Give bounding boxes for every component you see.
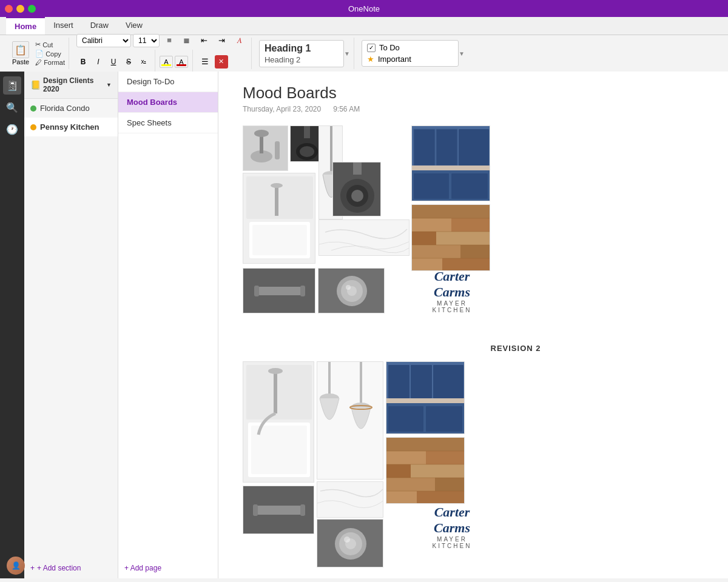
align-button[interactable]: ☰ <box>197 55 213 69</box>
svg-point-62 <box>268 368 283 374</box>
svg-point-14 <box>271 183 283 188</box>
main-layout: 📓 🔍 🕐 👤 📒 Design Clients 2020 ▼ Florida … <box>0 72 728 578</box>
page-spec-sheets[interactable]: Spec Sheets <box>118 113 218 133</box>
svg-rect-38 <box>412 232 436 245</box>
copy-label: Copy <box>46 50 61 58</box>
decrease-indent-button[interactable]: ⇤ <box>197 33 212 48</box>
svg-rect-73 <box>433 365 463 398</box>
heading1-style[interactable]: Heading 1 <box>265 43 339 54</box>
notebook-header[interactable]: 📒 Design Clients 2020 ▼ <box>24 72 118 99</box>
svg-rect-71 <box>388 365 410 398</box>
highlight-color-button[interactable]: A <box>160 56 173 68</box>
user-avatar[interactable]: 👤 <box>7 557 25 575</box>
svg-rect-66 <box>360 362 362 407</box>
styles-panel: Heading 1 Heading 2 <box>259 40 344 67</box>
format-label: Format <box>44 59 65 66</box>
tab-draw[interactable]: Draw <box>82 17 117 35</box>
svg-rect-30 <box>459 129 489 166</box>
page-spec-sheets-label: Spec Sheets <box>127 118 172 127</box>
sidebar-notebook-icon[interactable]: 📓 <box>3 76 21 95</box>
add-page-button[interactable]: + Add page <box>118 558 218 578</box>
logo-subtitle-2: Mayer Kitchen <box>419 536 485 549</box>
wall-sconce-image <box>243 125 288 171</box>
collage-1: Carter Carms Mayer Kitchen <box>243 125 491 319</box>
bullets-button[interactable]: ≡ <box>161 33 177 48</box>
tags-arrow[interactable]: ▼ <box>459 50 465 57</box>
font-size-select[interactable]: 11 <box>133 34 160 47</box>
svg-rect-82 <box>386 464 411 478</box>
logo-subtitle-1: Mayer Kitchen <box>419 300 485 313</box>
add-section-label: + Add section <box>37 564 81 572</box>
mood-board-2: Carter Carms Mayer Kitchen <box>243 361 704 555</box>
important-tag[interactable]: ★ Important <box>367 55 453 64</box>
close-button[interactable] <box>5 5 13 13</box>
clear-format-button[interactable]: 𝐴 <box>232 33 248 48</box>
styles-group: Heading 1 Heading 2 ▼ <box>255 38 354 69</box>
tab-insert[interactable]: Insert <box>45 17 82 35</box>
todo-tag[interactable]: ✓ To Do <box>367 43 453 52</box>
collage-2: Carter Carms Mayer Kitchen <box>243 361 491 555</box>
svg-rect-49 <box>255 287 304 295</box>
underline-button[interactable]: U <box>107 56 120 68</box>
svg-rect-12 <box>252 225 307 255</box>
sidebar-search-icon[interactable]: 🔍 <box>3 98 21 116</box>
svg-rect-94 <box>253 504 258 516</box>
wood-floor-image-2 <box>386 437 465 504</box>
notebook-panel: 📒 Design Clients 2020 ▼ Florida Condo Pe… <box>24 72 118 578</box>
svg-rect-36 <box>412 218 451 232</box>
svg-point-56 <box>346 285 351 290</box>
logo-area-1: Carter Carms Mayer Kitchen <box>413 263 491 319</box>
faucet-sink-image-2 <box>243 361 314 483</box>
copy-button[interactable]: 📄 Copy <box>35 50 65 58</box>
bold-button[interactable]: B <box>76 56 90 68</box>
paste-button[interactable]: 📋 Paste <box>8 41 33 65</box>
section-florida-condo[interactable]: Florida Condo <box>24 99 118 118</box>
ribbon-content: 📋 Paste ✂ Cut 📄 Copy 🖊 Format Calibri <box>0 35 728 72</box>
minimize-button[interactable] <box>16 5 24 13</box>
scissors-icon: ✂ <box>35 41 41 48</box>
svg-rect-63 <box>317 362 383 480</box>
window-controls <box>5 5 36 13</box>
numbered-list-button[interactable]: ≣ <box>179 33 195 48</box>
copy-icon: 📄 <box>35 50 44 58</box>
svg-rect-77 <box>317 482 383 518</box>
svg-rect-33 <box>451 173 488 199</box>
add-section-button[interactable]: + + Add section <box>24 558 118 578</box>
svg-rect-80 <box>386 451 426 464</box>
styles-arrow[interactable]: ▼ <box>344 50 350 57</box>
page-design-todo[interactable]: Design To-Do <box>118 72 218 92</box>
increase-indent-button[interactable]: ⇥ <box>214 33 230 48</box>
pendants-image-2 <box>317 361 383 480</box>
svg-point-3 <box>254 130 269 137</box>
tab-view[interactable]: View <box>117 17 151 35</box>
revision-2-label: REVISION 2 <box>328 344 704 353</box>
paste-icon: 📋 <box>12 41 29 58</box>
strikethrough-button[interactable]: S <box>122 56 135 68</box>
format-button[interactable]: 🖊 Format <box>35 59 65 66</box>
tab-home[interactable]: Home <box>6 17 45 35</box>
font-color-button[interactable]: A <box>175 56 188 68</box>
section-pennsy-kitchen[interactable]: Pennsy Kitchen <box>24 118 118 136</box>
cut-button[interactable]: ✂ Cut <box>35 41 65 48</box>
svg-rect-83 <box>411 464 465 478</box>
page-mood-boards[interactable]: Mood Boards <box>118 92 218 113</box>
sidebar-history-icon[interactable]: 🕐 <box>3 120 21 138</box>
svg-rect-95 <box>300 504 305 516</box>
font-group: Calibri 11 ≡ ≣ ⇤ ⇥ 𝐴 B I U S x₂ A <box>73 38 252 69</box>
content-area[interactable]: Mood Boards Thursday, April 23, 2020 9:5… <box>218 72 728 578</box>
notebook-icon: 📒 <box>30 80 41 90</box>
svg-rect-23 <box>319 220 410 256</box>
subscript-button[interactable]: x₂ <box>137 56 150 68</box>
maximize-button[interactable] <box>28 5 36 13</box>
svg-rect-93 <box>254 506 304 515</box>
eraser-button[interactable]: ✕ <box>215 55 228 69</box>
font-family-select[interactable]: Calibri <box>76 34 131 47</box>
italic-button[interactable]: I <box>92 56 105 68</box>
tags-panel: ✓ To Do ★ Important <box>362 40 459 67</box>
heading2-style[interactable]: Heading 2 <box>265 55 339 64</box>
paste-label: Paste <box>12 58 29 65</box>
faucet-sink-image <box>243 173 315 264</box>
todo-label: To Do <box>379 43 400 52</box>
important-label: Important <box>378 55 411 64</box>
logo-script-1: Carter Carms <box>419 269 485 300</box>
